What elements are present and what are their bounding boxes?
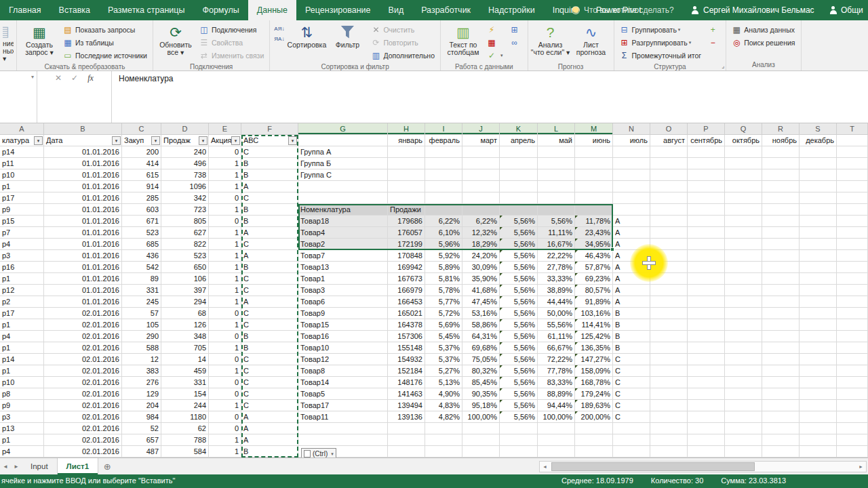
- cell-H7[interactable]: Продажи: [388, 204, 425, 216]
- cell-E6[interactable]: 0: [209, 192, 241, 204]
- cell-F14[interactable]: С: [241, 285, 298, 296]
- cell-N26[interactable]: [613, 423, 650, 434]
- cell-E22[interactable]: 0: [209, 377, 241, 388]
- cell-T2[interactable]: [837, 146, 868, 158]
- cell-L28[interactable]: [538, 446, 575, 458]
- forecast-sheet-button[interactable]: ∿Лист прогноза: [572, 22, 611, 62]
- cell-R28[interactable]: [762, 446, 800, 458]
- cell-K19[interactable]: 5,56%: [500, 342, 538, 354]
- cell-H22[interactable]: 148176: [388, 377, 425, 388]
- cell-G9[interactable]: Товар4: [298, 227, 388, 239]
- cell-T3[interactable]: [837, 158, 868, 169]
- cell-K7[interactable]: [500, 204, 538, 216]
- cell-Q10[interactable]: [725, 239, 762, 250]
- column-header-F[interactable]: F: [241, 123, 298, 135]
- cell-T7[interactable]: [837, 204, 868, 216]
- cell-A21[interactable]: р1: [0, 365, 44, 377]
- cell-N23[interactable]: С: [613, 388, 650, 400]
- cell-P11[interactable]: [688, 250, 725, 262]
- cell-Q23[interactable]: [725, 388, 762, 400]
- cell-L6[interactable]: [538, 192, 575, 204]
- name-box[interactable]: ▾: [0, 71, 37, 123]
- cell-O15[interactable]: [650, 296, 688, 308]
- cell-P26[interactable]: [688, 423, 725, 434]
- cell-J10[interactable]: 18,29%: [462, 239, 500, 250]
- cell-G22[interactable]: Товар14: [298, 377, 388, 388]
- text-to-columns-button[interactable]: ▥Текст по столбцам: [443, 22, 483, 62]
- cell-L21[interactable]: 77,78%: [538, 365, 575, 377]
- sheet-tab-лист1[interactable]: Лист1: [58, 458, 99, 474]
- cell-B18[interactable]: 02.01.2016: [44, 331, 122, 342]
- cell-D11[interactable]: 523: [161, 250, 209, 262]
- cell-B16[interactable]: 02.01.2016: [44, 308, 122, 319]
- cell-O22[interactable]: [650, 377, 688, 388]
- cell-D12[interactable]: 650: [161, 262, 209, 273]
- cell-N8[interactable]: А: [613, 216, 650, 227]
- cell-B24[interactable]: 02.01.2016: [44, 400, 122, 411]
- cell-D10[interactable]: 822: [161, 239, 209, 250]
- cell-E16[interactable]: 0: [209, 308, 241, 319]
- cell-F15[interactable]: А: [241, 296, 298, 308]
- cell-G3[interactable]: Группа Б: [298, 158, 388, 169]
- cell-F4[interactable]: В: [241, 169, 298, 181]
- cell-P28[interactable]: [688, 446, 725, 458]
- cell-M1[interactable]: июнь: [575, 135, 613, 146]
- cell-N25[interactable]: С: [613, 411, 650, 423]
- column-header-J[interactable]: J: [462, 123, 500, 135]
- scrollbar-track[interactable]: [550, 462, 856, 472]
- cell-B11[interactable]: 01.01.2016: [44, 250, 122, 262]
- cell-B6[interactable]: 01.01.2016: [44, 192, 122, 204]
- tab-6[interactable]: Рецензирование: [296, 0, 380, 20]
- cell-P5[interactable]: [688, 181, 725, 192]
- cell-I11[interactable]: 5,92%: [425, 250, 462, 262]
- cell-D1[interactable]: Продаж▾: [161, 135, 209, 146]
- cell-C16[interactable]: 57: [122, 308, 161, 319]
- cell-O28[interactable]: [650, 446, 688, 458]
- cell-K11[interactable]: 5,56%: [500, 250, 538, 262]
- cell-S4[interactable]: [800, 169, 837, 181]
- filter-dropdown-icon[interactable]: ▾: [112, 136, 121, 145]
- cell-A22[interactable]: р10: [0, 377, 44, 388]
- cell-D9[interactable]: 627: [161, 227, 209, 239]
- cell-L18[interactable]: 61,11%: [538, 331, 575, 342]
- cell-I3[interactable]: [425, 158, 462, 169]
- cell-D26[interactable]: 62: [161, 423, 209, 434]
- cell-O8[interactable]: [650, 216, 688, 227]
- flash-fill-button[interactable]: ⚡: [484, 23, 506, 36]
- cell-K25[interactable]: 5,56%: [500, 411, 538, 423]
- horizontal-scrollbar[interactable]: ◄ ►: [539, 461, 867, 472]
- cell-P7[interactable]: [688, 204, 725, 216]
- column-header-N[interactable]: N: [613, 123, 650, 135]
- cell-I1[interactable]: февраль: [425, 135, 462, 146]
- cell-K22[interactable]: 5,56%: [500, 377, 538, 388]
- hide-detail-button[interactable]: −: [705, 36, 723, 49]
- cell-M23[interactable]: 179,24%: [575, 388, 613, 400]
- cell-F26[interactable]: А: [241, 423, 298, 434]
- group-button[interactable]: ⊟Группировать▾: [617, 23, 705, 36]
- clear-filter-button[interactable]: ✕Очистить: [368, 23, 437, 36]
- cell-S17[interactable]: [800, 319, 837, 331]
- cell-N10[interactable]: А: [613, 239, 650, 250]
- cell-D5[interactable]: 1096: [161, 181, 209, 192]
- cell-K23[interactable]: 5,56%: [500, 388, 538, 400]
- cell-K2[interactable]: [500, 146, 538, 158]
- cell-C3[interactable]: 414: [122, 158, 161, 169]
- cell-S13[interactable]: [800, 273, 837, 285]
- sheet-tab-input[interactable]: Input: [22, 458, 58, 474]
- tab-1[interactable]: Главная: [0, 0, 50, 20]
- cell-D8[interactable]: 805: [161, 216, 209, 227]
- cell-L3[interactable]: [538, 158, 575, 169]
- sort-ascending-button[interactable]: АЯ↓: [273, 24, 285, 33]
- cell-D6[interactable]: 342: [161, 192, 209, 204]
- cell-F20[interactable]: С: [241, 354, 298, 365]
- cell-N16[interactable]: В: [613, 308, 650, 319]
- cell-N24[interactable]: С: [613, 400, 650, 411]
- cell-L14[interactable]: 38,89%: [538, 285, 575, 296]
- cell-T16[interactable]: [837, 308, 868, 319]
- cell-D3[interactable]: 496: [161, 158, 209, 169]
- cell-K4[interactable]: [500, 169, 538, 181]
- cell-C25[interactable]: 984: [122, 411, 161, 423]
- cell-I26[interactable]: [425, 423, 462, 434]
- cell-T26[interactable]: [837, 423, 868, 434]
- cell-G19[interactable]: Товар10: [298, 342, 388, 354]
